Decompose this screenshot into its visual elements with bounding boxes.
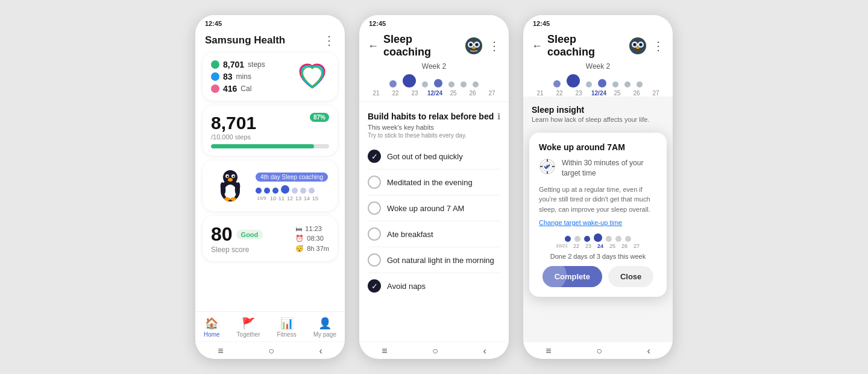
sleep-modal: Woke up around 7AM [529,133,667,297]
android-menu-btn-3[interactable]: ≡ [546,346,551,357]
status-bar-1: 12:45 [195,15,345,30]
svg-point-6 [233,176,234,177]
habit-check-1 [368,176,381,189]
coaching-card[interactable]: 4th day Sleep coaching 10/9 10 11 12 13 [203,160,338,211]
sleep-insight-content: Sleep insight Learn how lack of sleep af… [523,97,673,341]
habit-check-3 [368,227,381,241]
wdl-26: 26 [466,90,479,97]
day-dot-4 [292,188,298,194]
habit-item-0[interactable]: Got out of bed quickly [368,144,500,170]
steps-percent-badge: 87% [310,113,329,122]
svg-point-10 [224,197,230,201]
day-dot-3 [281,185,289,194]
target-icon [539,158,556,175]
nav-home-label: Home [204,331,220,338]
cal-label: Cal [241,84,251,93]
steps-card[interactable]: 8,701 /10,000 steps 87% [203,106,338,156]
sleep-insight-title: Sleep insight [532,105,664,115]
android-back-btn-2[interactable]: ‹ [483,346,486,357]
android-home-btn-3[interactable]: ○ [596,346,602,357]
modal-mini-day-labels: 10/21 22 23 24 25 26 27 [539,243,657,249]
sleep-insight-section: Sleep insight Learn how lack of sleep af… [523,97,673,128]
week-dot-22 [403,74,416,87]
mins-value: 83 [223,72,233,81]
complete-button[interactable]: Complete [542,266,602,287]
wdl3-25: 25 [611,90,624,97]
svg-point-25 [634,44,636,46]
mdl-26: 26 [620,243,629,249]
more-button-2[interactable]: ⋮ [488,39,500,53]
clock-icon: ⏰ [295,235,304,242]
steps-dot [211,60,219,69]
sleep-wakeup: ⏰ 08:30 [295,235,329,242]
more-button-1[interactable]: ⋮ [323,33,335,48]
habits-hint: Try to stick to these habits every day. [368,132,500,139]
back-button-3[interactable]: ← [532,40,542,52]
coaching-day-dots [256,185,329,194]
duration-value: 8h 37m [307,245,329,252]
android-nav-3: ≡ ○ ‹ [523,341,673,359]
day-dot-0 [256,188,262,194]
nav-together[interactable]: 🚩 Together [237,317,260,338]
android-home-btn-2[interactable]: ○ [432,346,438,357]
steps-label: steps [248,60,265,69]
coaching-day-labels: 10/9 10 11 12 13 14 15 [256,195,329,201]
modal-title: Woke up around 7AM [539,142,657,152]
wdl3-22: 22 [553,90,566,97]
svg-point-11 [230,197,236,201]
week-dot-23 [422,81,428,87]
nav-mypage-label: My page [313,331,336,338]
change-wakeup-link[interactable]: Change target wake-up time [539,219,657,226]
svg-point-7 [228,178,233,182]
habit-item-3[interactable]: Ate breakfast [368,221,500,247]
android-home-btn[interactable]: ○ [268,346,274,357]
sleep-coaching-header: ← Sleep coaching ⋮ [359,30,509,62]
mins-dot [211,72,219,81]
wdl-25: 25 [447,90,460,97]
nav-mypage[interactable]: 👤 My page [313,317,336,338]
android-menu-btn[interactable]: ≡ [218,346,223,357]
svg-point-5 [227,176,228,177]
phone-1: 12:45 Samsung Health ⋮ 8,701 steps 83 mi… [195,15,345,359]
wdot3-24 [598,79,606,87]
cal-stat: 416 Cal [211,84,265,94]
info-icon[interactable]: ℹ [497,112,500,121]
android-menu-btn-2[interactable]: ≡ [382,346,387,357]
habit-item-5[interactable]: Avoid naps [368,273,500,299]
together-icon: 🚩 [242,317,255,330]
sleep-bedtime: 🛏 11:23 [295,225,329,232]
mins-stat: 83 mins [211,72,265,81]
steps-target: /10,000 steps [211,133,256,141]
habit-item-2[interactable]: Woke up around 7 AM [368,195,500,221]
week-dot-26 [461,81,467,87]
owl-icon [464,36,483,55]
habit-item-1[interactable]: Meditated in the evening [368,170,500,195]
nav-together-label: Together [237,331,260,338]
habit-item-4[interactable]: Got natural light in the morning [368,247,500,273]
app-header-1: Samsung Health ⋮ [195,30,345,52]
habit-text-2: Woke up around 7 AM [387,204,464,213]
nav-home[interactable]: 🏠 Home [204,317,220,338]
habit-text-0: Got out of bed quickly [387,152,463,161]
mypage-icon: 👤 [318,317,332,330]
mdl-22: 22 [572,243,580,249]
bedtime-value: 11:23 [305,225,322,232]
close-button[interactable]: Close [608,266,653,287]
android-back-btn-3[interactable]: ‹ [647,346,650,357]
mdl-23: 23 [584,243,593,249]
wdl3-24: 12/24 [591,90,605,97]
steps-progress-fill [211,144,314,148]
mins-label: mins [236,72,251,81]
habit-text-5: Avoid naps [387,282,426,291]
sleep-score-label: Sleep score [211,246,263,254]
mdot-21 [565,236,571,242]
coaching-badge: 4th day Sleep coaching [256,173,328,182]
nav-fitness[interactable]: 📊 Fitness [277,317,296,338]
more-button-3[interactable]: ⋮ [652,39,664,53]
android-nav-2: ≡ ○ ‹ [359,341,509,359]
sleep-card[interactable]: 80 Good Sleep score 🛏 11:23 ⏰ 08:30 😴 8h… [203,216,338,261]
status-bar-2: 12:45 [359,15,509,30]
status-bar-3: 12:45 [523,15,673,30]
android-back-btn[interactable]: ‹ [319,346,322,357]
back-button-2[interactable]: ← [368,40,379,52]
